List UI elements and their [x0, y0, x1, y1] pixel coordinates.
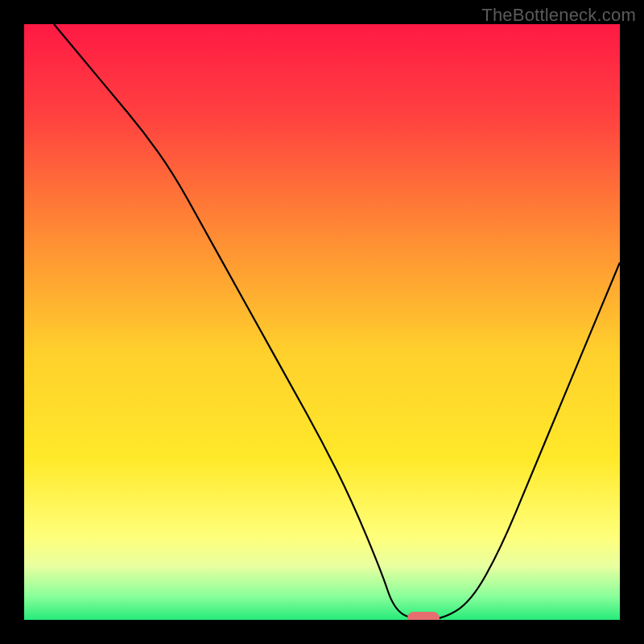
gradient-background: [24, 24, 620, 620]
optimal-marker: [407, 612, 440, 620]
plot-area: [24, 24, 620, 620]
bottleneck-chart: [24, 24, 620, 620]
chart-frame: TheBottleneck.com: [0, 0, 644, 644]
watermark-text: TheBottleneck.com: [481, 5, 636, 26]
